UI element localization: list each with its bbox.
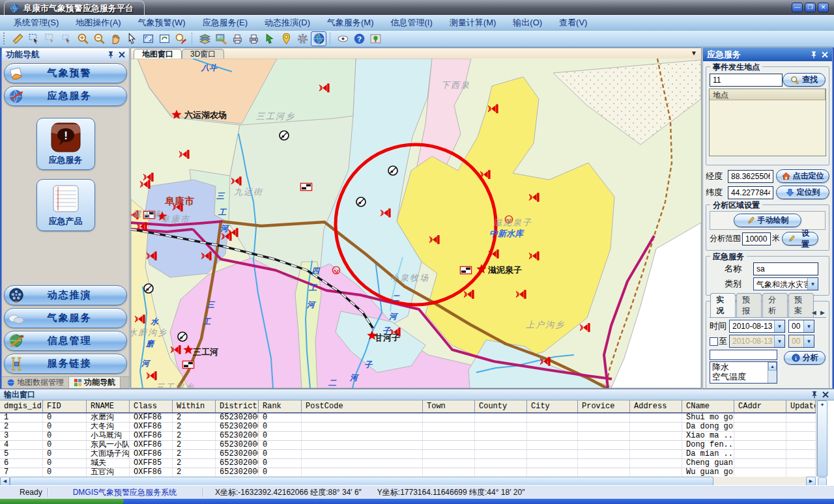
- table-row[interactable]: 10水磨沟OXFF8626523020000Shui mo gou: [0, 413, 816, 423]
- nav-button-info[interactable]: 信息管理: [4, 331, 127, 351]
- table-row[interactable]: 20大冬沟OXFF8626523020000Da dong gou: [0, 423, 816, 432]
- map-flag-marker[interactable]: [143, 211, 154, 218]
- vertical-scrollbar[interactable]: ▲ ▼: [816, 400, 827, 477]
- toolbar-gear-button[interactable]: [295, 31, 310, 46]
- longitude-input[interactable]: [728, 170, 773, 183]
- toolbar-placemark-button[interactable]: [278, 31, 294, 46]
- map-station-marker[interactable]: [280, 131, 289, 140]
- table-row[interactable]: 40东风一小队OXFF8626523020000Dong fen...: [0, 441, 816, 450]
- toolbar-globe-button[interactable]: [311, 31, 326, 46]
- nav-button-globe[interactable]: 应急服务: [4, 86, 127, 106]
- maximize-button[interactable]: ❐: [805, 3, 816, 12]
- table-row[interactable]: 30小马厩沟OXFF8626523020000Xiao ma ...: [0, 432, 816, 441]
- toolbar-ruler-button[interactable]: [10, 31, 25, 46]
- toolbar-zoom-in-button[interactable]: [75, 31, 91, 46]
- table-row[interactable]: 70五官沟OXFF8626523020000Wu guan gou: [0, 468, 816, 477]
- analysis-tab-实况[interactable]: 实况: [710, 293, 736, 317]
- map-flag-marker[interactable]: [182, 361, 194, 368]
- tab-map-window[interactable]: 地图窗口: [134, 49, 182, 59]
- menu-item-2[interactable]: 地图操作(A): [67, 15, 129, 31]
- column-header-Class[interactable]: Class: [130, 400, 173, 412]
- location-keyword-input[interactable]: [710, 74, 783, 87]
- toolbar-eye-button[interactable]: [335, 31, 351, 46]
- toolbar-printer-color-button[interactable]: [246, 31, 261, 46]
- menu-item-4[interactable]: 应急服务(E): [194, 15, 256, 31]
- minimize-button[interactable]: —: [792, 3, 803, 12]
- find-button[interactable]: 查找: [783, 73, 826, 87]
- tab-function-navigation[interactable]: 功能导航: [69, 377, 121, 388]
- analyze-button[interactable]: 分析: [784, 351, 826, 365]
- element-listbox[interactable]: 降水空气温度 ▲: [710, 361, 777, 384]
- column-header-Provice[interactable]: Provice: [578, 400, 630, 412]
- toolbar-printer-button[interactable]: [229, 31, 245, 46]
- pin-icon[interactable]: [809, 50, 818, 59]
- toolbar-pan-hand-button[interactable]: [108, 31, 123, 46]
- element-item[interactable]: 空气温度: [710, 372, 777, 382]
- toolbar-layers-button[interactable]: [197, 31, 212, 46]
- toolbar-grip[interactable]: [3, 33, 7, 44]
- column-header-County[interactable]: County: [475, 400, 527, 412]
- to-checkbox[interactable]: [710, 337, 718, 346]
- toolbar-zoom-out-button[interactable]: [91, 31, 107, 46]
- map-station-marker[interactable]: [356, 197, 366, 206]
- toolbar-select-dashed-button[interactable]: [26, 31, 42, 46]
- service-type-select[interactable]: 气象和洪水灾害▼: [753, 277, 818, 290]
- close-icon[interactable]: [821, 390, 830, 399]
- menu-item-3[interactable]: 气象预警(W): [130, 15, 194, 31]
- nav-button-cloud[interactable]: 气象服务: [4, 308, 127, 328]
- toolbar-help-button[interactable]: [351, 31, 367, 46]
- set-range-button[interactable]: 设置: [782, 232, 818, 245]
- column-header-Town[interactable]: Town: [423, 400, 475, 412]
- analysis-tab-预报[interactable]: 预报: [736, 293, 762, 317]
- column-header-PostCode[interactable]: PostCode: [302, 400, 423, 412]
- toolbar-pointer-button[interactable]: [124, 31, 139, 46]
- menu-item-10[interactable]: 查看(V): [551, 15, 596, 31]
- column-header-CAddr[interactable]: CAddr: [734, 400, 786, 412]
- toolbar-select-gray-button[interactable]: [42, 31, 58, 46]
- menu-item-1[interactable]: 系统管理(S): [5, 15, 67, 31]
- locate-to-button[interactable]: 定位到: [776, 186, 829, 199]
- element-item[interactable]: 降水: [710, 362, 777, 372]
- nav-button-warn[interactable]: 气象预警: [4, 63, 127, 83]
- analysis-tab-预案[interactable]: 预案: [788, 293, 814, 317]
- toolbar-full-extent-button[interactable]: [140, 31, 156, 46]
- chevron-down-icon[interactable]: ▼: [807, 278, 818, 290]
- start-button[interactable]: [0, 499, 124, 504]
- menu-item-8[interactable]: 测量计算(M): [441, 15, 505, 31]
- map-station-marker[interactable]: [178, 332, 187, 341]
- column-header-RNAME[interactable]: RNAME: [87, 400, 130, 412]
- table-row[interactable]: 50大面场子沟OXFF8626523020000Da mian ...: [0, 450, 816, 459]
- pin-icon[interactable]: [810, 390, 819, 399]
- map-flag-marker[interactable]: [300, 183, 311, 190]
- menu-item-5[interactable]: 动态推演(D): [256, 15, 319, 31]
- toolbar-green-pointer-button[interactable]: [262, 31, 278, 46]
- horizontal-scrollbar[interactable]: ◀ ▶: [0, 477, 816, 486]
- nav-button-reel[interactable]: 动态推演: [4, 285, 127, 305]
- column-header-CName[interactable]: CName: [682, 400, 734, 412]
- pin-icon[interactable]: [106, 50, 115, 59]
- toolbar-export-image-button[interactable]: [213, 31, 229, 46]
- analysis-range-input[interactable]: [742, 232, 771, 245]
- close-icon[interactable]: [820, 50, 829, 59]
- toolbar-zoom-select-button[interactable]: [173, 31, 188, 46]
- latitude-input[interactable]: [728, 186, 773, 199]
- menu-item-6[interactable]: 气象服务(M): [319, 15, 382, 31]
- column-header-Address[interactable]: Address: [630, 400, 682, 412]
- column-header-dmgis_id[interactable]: dmgis_id: [0, 400, 43, 412]
- close-button[interactable]: ✕: [818, 3, 829, 12]
- toolbar-select-small-button[interactable]: [59, 31, 74, 46]
- column-header-Rank[interactable]: Rank: [259, 400, 302, 412]
- analysis-tab-分析[interactable]: 分析: [762, 293, 788, 317]
- locate-by-click-button[interactable]: 点击定位: [776, 169, 829, 183]
- element-combo[interactable]: [710, 350, 777, 360]
- title-bar[interactable]: 阜康市气象预警应急服务平台 — ❐ ✕: [0, 0, 834, 15]
- column-header-District[interactable]: District: [216, 400, 259, 412]
- close-icon[interactable]: [117, 50, 126, 59]
- chevron-down-icon[interactable]: ▼: [691, 49, 697, 57]
- location-list[interactable]: 地点: [709, 89, 826, 156]
- date2-select[interactable]: 2010-08-13▼: [729, 335, 785, 348]
- tab-scroll-arrows[interactable]: ◀ ▶: [812, 309, 826, 316]
- big-button-note[interactable]: 应急产品: [36, 179, 95, 231]
- map-station-marker[interactable]: [144, 284, 153, 293]
- service-name-input[interactable]: [753, 262, 818, 275]
